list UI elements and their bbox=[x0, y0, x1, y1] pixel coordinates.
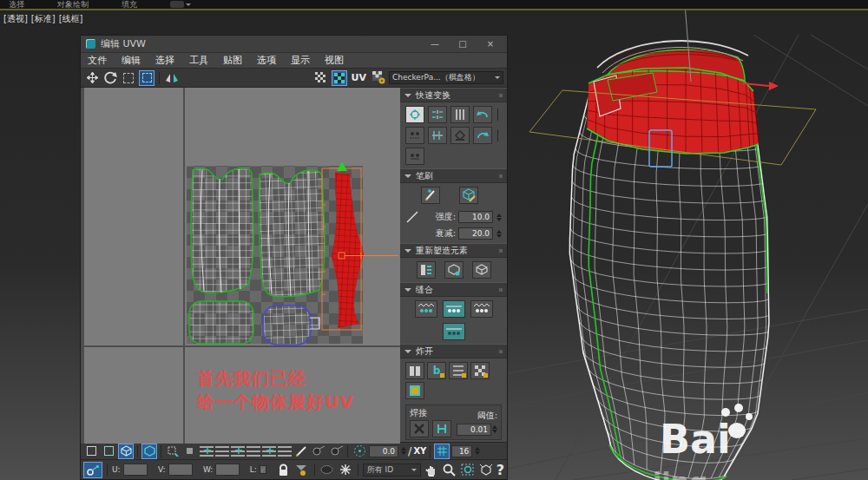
grid-snap-icon[interactable] bbox=[434, 444, 450, 459]
threshold-field[interactable]: 0.01 bbox=[457, 424, 491, 436]
axis-label[interactable]: XY bbox=[413, 446, 426, 456]
grow-selection-icon[interactable] bbox=[165, 444, 181, 459]
ribbon-tab-object-paint[interactable]: 对象绘制 bbox=[57, 0, 89, 10]
lock-aspect-checkbox[interactable]: ✓ bbox=[260, 465, 267, 474]
select-row-icon[interactable] bbox=[215, 446, 229, 457]
stitch-target-icon[interactable] bbox=[470, 300, 493, 318]
space-tools-icon[interactable] bbox=[405, 127, 424, 144]
align-horizontal-icon[interactable] bbox=[428, 106, 447, 123]
vertex-mode-icon[interactable] bbox=[83, 444, 99, 459]
relax-brush-icon[interactable] bbox=[459, 187, 478, 204]
align-vertical-icon[interactable] bbox=[428, 127, 447, 144]
edge-mode-icon[interactable] bbox=[101, 444, 116, 459]
falloff-type-icon[interactable]: / bbox=[408, 444, 411, 457]
material-id-dropdown[interactable]: 所有 ID bbox=[363, 464, 421, 477]
menu-view[interactable]: 视图 bbox=[325, 54, 344, 67]
checker-settings-icon[interactable] bbox=[371, 70, 386, 86]
viewport-mode-standard[interactable]: [标准] bbox=[31, 13, 56, 25]
filter-icon[interactable] bbox=[294, 462, 310, 477]
flatten-by-group-icon[interactable] bbox=[405, 362, 424, 379]
soft-selection-icon[interactable] bbox=[352, 444, 367, 459]
falloff-curve-icon[interactable] bbox=[405, 210, 419, 224]
snowflake-freeze-icon[interactable] bbox=[338, 462, 353, 477]
ribbon-tab-select[interactable]: 选择 bbox=[9, 0, 24, 10]
strength-field[interactable]: 10.0 bbox=[458, 211, 493, 223]
soft-selection-field[interactable]: 0.0 bbox=[369, 445, 398, 457]
weld-selected-icon[interactable] bbox=[410, 420, 429, 437]
lock-icon[interactable] bbox=[276, 462, 292, 477]
select-row-plus-icon[interactable] bbox=[200, 446, 214, 457]
rotate-icon[interactable] bbox=[102, 70, 118, 86]
uv-channel-label[interactable]: UV bbox=[350, 72, 368, 83]
show-vertex-icon[interactable] bbox=[319, 462, 335, 477]
zoom-region-icon[interactable] bbox=[460, 462, 476, 477]
uvw-titlebar[interactable]: 编辑 UVW — □ × bbox=[81, 36, 507, 53]
edge-loop-icon[interactable] bbox=[328, 444, 344, 459]
help-icon[interactable]: ? bbox=[496, 462, 504, 478]
flatten-custom-icon[interactable] bbox=[405, 382, 424, 399]
viewport-mode-perspective[interactable]: [透视] bbox=[3, 13, 28, 25]
select-loop-icon[interactable] bbox=[278, 446, 292, 457]
maximize-button[interactable]: □ bbox=[451, 39, 474, 49]
menu-mapping[interactable]: 贴图 bbox=[223, 54, 242, 67]
falloff-spinner[interactable] bbox=[496, 230, 502, 238]
freeform-mode-icon[interactable] bbox=[139, 70, 155, 86]
uv-canvas[interactable]: 首先我们已经 给一个物体展好UV bbox=[81, 88, 400, 442]
rotate-ccw-icon[interactable] bbox=[473, 106, 492, 123]
pack-elements-icon[interactable] bbox=[417, 261, 436, 279]
minimize-button[interactable]: — bbox=[424, 39, 446, 49]
scale-icon[interactable] bbox=[121, 70, 136, 86]
strength-spinner[interactable] bbox=[496, 214, 502, 221]
checker-display-icon[interactable] bbox=[332, 70, 347, 86]
menu-tools[interactable]: 工具 bbox=[189, 54, 208, 67]
uv-island-body-right[interactable] bbox=[259, 170, 325, 297]
select-loop-plus-icon[interactable] bbox=[262, 446, 276, 457]
menu-file[interactable]: 文件 bbox=[88, 54, 107, 67]
relax-element-icon[interactable] bbox=[444, 261, 464, 279]
move-icon[interactable] bbox=[84, 70, 100, 86]
grid-size-spinner[interactable] bbox=[475, 447, 480, 455]
menu-select[interactable]: 选择 bbox=[155, 54, 174, 67]
close-button[interactable]: × bbox=[479, 39, 502, 49]
point-to-point-icon[interactable] bbox=[311, 444, 326, 459]
distribute-tools-icon[interactable] bbox=[405, 148, 424, 165]
align-pivot-button[interactable] bbox=[405, 106, 424, 123]
texture-dropdown[interactable]: CheckerPa...（棋盘格） bbox=[389, 71, 503, 84]
zoom-extents-icon[interactable] bbox=[478, 462, 494, 477]
polygon-mode-icon[interactable] bbox=[118, 444, 134, 459]
stitch-source-icon[interactable] bbox=[443, 323, 465, 340]
uv-island-cap-left[interactable] bbox=[189, 301, 253, 344]
v-field[interactable] bbox=[168, 464, 193, 476]
menu-edit[interactable]: 编辑 bbox=[122, 54, 141, 67]
element-mode-icon[interactable] bbox=[141, 444, 157, 459]
show-map-toggle-icon[interactable] bbox=[313, 70, 329, 86]
shrink-selection-icon[interactable] bbox=[182, 444, 198, 459]
flatten-by-id-icon[interactable]: b bbox=[427, 362, 446, 379]
distribute-vertical-icon[interactable] bbox=[450, 106, 470, 123]
w-field[interactable] bbox=[215, 464, 240, 476]
falloff-field[interactable]: 20.0 bbox=[458, 227, 493, 240]
menu-display[interactable]: 显示 bbox=[291, 54, 310, 67]
flatten-by-face-icon[interactable] bbox=[449, 362, 468, 379]
straighten-element-icon[interactable] bbox=[472, 261, 491, 279]
ribbon-tab-populate[interactable]: 填充 bbox=[122, 0, 137, 10]
paint-select-icon[interactable] bbox=[293, 444, 309, 459]
move-brush-icon[interactable] bbox=[421, 187, 440, 204]
menu-options[interactable]: 选项 bbox=[257, 54, 276, 67]
flatten-by-smoothing-icon[interactable] bbox=[470, 362, 490, 379]
soft-selection-spinner[interactable] bbox=[401, 447, 406, 455]
media-icon[interactable] bbox=[170, 1, 184, 8]
uv-island-body-left[interactable] bbox=[191, 168, 253, 293]
viewport-mode-wireframe[interactable]: [线框] bbox=[59, 13, 83, 25]
pan-hand-icon[interactable] bbox=[424, 462, 439, 477]
select-column-plus-icon[interactable] bbox=[231, 446, 245, 457]
u-field[interactable] bbox=[123, 464, 148, 476]
select-column-icon[interactable] bbox=[247, 446, 260, 457]
stitch-average-icon[interactable] bbox=[443, 300, 465, 318]
target-weld-icon[interactable] bbox=[432, 420, 451, 437]
mirror-icon[interactable] bbox=[164, 70, 180, 86]
absolute-mode-icon[interactable] bbox=[83, 462, 102, 478]
align-element-icon[interactable] bbox=[450, 127, 470, 144]
grid-size-field[interactable]: 16 bbox=[451, 445, 472, 457]
threshold-spinner[interactable] bbox=[492, 425, 497, 433]
